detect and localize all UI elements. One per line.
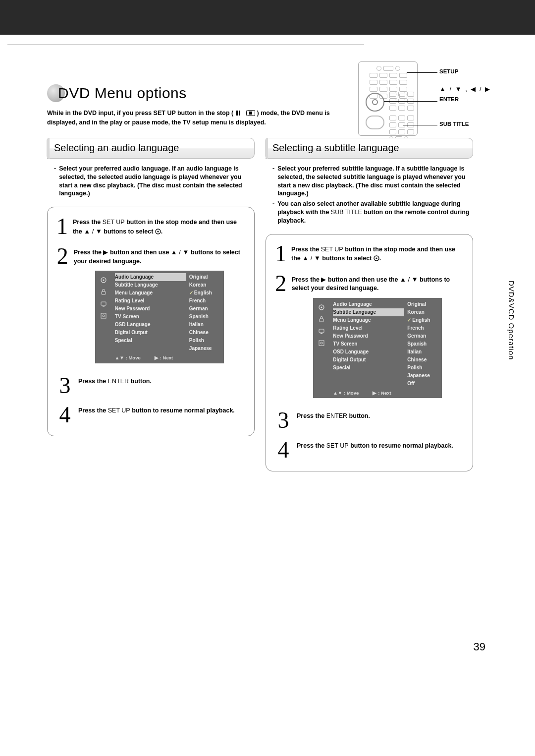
- page-number: 39: [474, 640, 485, 653]
- audio-steps: 1 Press the SET UP button in the stop mo…: [47, 207, 255, 436]
- osd-value-item: Chinese: [189, 329, 220, 337]
- sub-step2: Press the ▶ button and then use the ▲ / …: [292, 273, 464, 401]
- osd-value-item: Japanese: [189, 345, 220, 352]
- osd-value-item: German: [407, 332, 438, 340]
- sub-step1: Press the SET UP button in the stop mode…: [291, 243, 464, 264]
- step-number: 1: [56, 216, 68, 237]
- subtitle-column: Selecting a subtitle language -Select yo…: [266, 138, 473, 471]
- osd-footer-move: ▲▼: Move: [333, 390, 359, 396]
- osd-value-item: Polish: [189, 337, 220, 345]
- callout-setup: SETUP: [439, 68, 458, 74]
- disc-icon: [374, 255, 379, 264]
- svg-point-14: [375, 258, 377, 259]
- stop-icon: [246, 110, 255, 118]
- osd-menu-item: Special: [115, 337, 186, 345]
- osd-value-item: ✓English: [407, 316, 438, 324]
- osd-section-icon: [318, 339, 325, 347]
- intro-a: While in the DVD input, if you press: [47, 110, 154, 116]
- audio-step4: Press the SET UP button to resume normal…: [78, 405, 235, 425]
- page-content: SETUP ▲ / ▼ , ◀ / ▶ ENTER SUB TITLE DVD …: [47, 84, 473, 471]
- osd-value-item: German: [189, 305, 220, 313]
- intro-setup: SET UP: [154, 110, 176, 116]
- osd-menu-item: New Password: [333, 332, 404, 340]
- osd-menu-item: Menu Language: [115, 289, 186, 297]
- osd-menu-item: New Password: [115, 305, 186, 313]
- audio-desc-dash: -: [54, 165, 56, 198]
- svg-rect-10: [103, 306, 105, 307]
- osd-value-item: French: [189, 297, 220, 305]
- osd-section-icon: [100, 276, 107, 284]
- osd-footer-next: ▶: Next: [155, 354, 173, 361]
- osd-value-item: ✓English: [189, 289, 220, 297]
- intro-b: button in the stop (: [176, 110, 234, 116]
- side-tab: DVD&VCD Operation: [505, 277, 518, 364]
- page-title: DVD Menu options: [58, 85, 187, 102]
- audio-step2: Press the ▶ button and then use ▲ / ▼ bu…: [74, 246, 245, 366]
- sub-step3: Press the ENTER button.: [297, 410, 370, 430]
- svg-point-21: [321, 342, 322, 344]
- osd-menu-item: OSD Language: [333, 348, 404, 356]
- callout-subtitle: SUB TITLE: [439, 121, 469, 127]
- osd-value-item: Original: [189, 273, 220, 281]
- osd-value-item: Off: [407, 380, 438, 388]
- osd-section-icon: [318, 327, 325, 335]
- svg-point-16: [321, 306, 322, 308]
- subtitle-heading: Selecting a subtitle language: [266, 138, 473, 159]
- svg-rect-8: [102, 291, 106, 294]
- svg-rect-17: [320, 319, 323, 322]
- osd-menu-item: Special: [333, 364, 404, 372]
- osd-value-item: Spanish: [189, 313, 220, 321]
- pause-icon: [235, 110, 241, 118]
- osd-menu-item: Subtitle Language: [333, 308, 404, 316]
- audio-desc-text: Select your preferred audio language. If…: [59, 165, 252, 198]
- svg-rect-0: [236, 111, 238, 116]
- step-number: 1: [275, 243, 286, 264]
- osd-menu-item: Rating Level: [333, 324, 404, 332]
- osd-menu-item: Digital Output: [333, 356, 404, 364]
- audio-step3: Press the ENTER button.: [78, 375, 152, 396]
- intro-text: While in the DVD input, if you press SET…: [47, 109, 334, 127]
- remote-callout: SETUP ▲ / ▼ , ◀ / ▶ ENTER SUB TITLE: [358, 61, 517, 136]
- subtitle-desc: -Select your preferred subtitle language…: [266, 165, 473, 225]
- svg-point-12: [103, 315, 105, 317]
- sub-desc2: You can also select another available su…: [277, 200, 470, 225]
- audio-desc: -Select your preferred audio language. I…: [47, 165, 255, 198]
- sub-step4: Press the SET UP button to resume normal…: [297, 440, 453, 460]
- osd-section-icon: [100, 288, 107, 296]
- osd-value-item: Japanese: [407, 372, 438, 380]
- osd-footer-next: ▶: Next: [373, 390, 391, 396]
- svg-point-7: [103, 280, 104, 281]
- step-number: 4: [56, 405, 73, 425]
- sub-desc-dash2: -: [272, 200, 274, 225]
- svg-rect-9: [101, 302, 106, 305]
- audio-step1: Press the SET UP button in the stop mode…: [73, 216, 245, 237]
- osd-menu-item: Digital Output: [115, 329, 186, 337]
- subtitle-osd: Audio LanguageSubtitle LanguageMenu Lang…: [313, 298, 442, 398]
- callout-enter: ENTER: [439, 96, 459, 102]
- svg-rect-3: [249, 112, 252, 115]
- audio-heading-text: Selecting an audio language: [47, 142, 179, 154]
- step-number: 3: [56, 375, 73, 396]
- svg-rect-11: [101, 313, 106, 318]
- subtitle-heading-text: Selecting a subtitle language: [266, 142, 399, 154]
- top-dark-bar: [0, 0, 535, 35]
- svg-rect-18: [319, 329, 324, 333]
- osd-section-icon: [318, 315, 325, 323]
- osd-value-item: French: [407, 324, 438, 332]
- osd-section-icon: [318, 303, 325, 311]
- osd-section-icon: [100, 312, 107, 320]
- svg-rect-1: [239, 111, 240, 116]
- osd-menu-item: Rating Level: [115, 297, 186, 305]
- osd-section-icon: [100, 300, 107, 308]
- disc-icon: [155, 229, 161, 237]
- osd-menu-item: Audio Language: [115, 273, 186, 281]
- osd-menu-item: OSD Language: [115, 321, 186, 329]
- step-number: 2: [56, 246, 69, 366]
- callout-arrows: ▲ / ▼ , ◀ / ▶: [439, 85, 491, 93]
- osd-menu-item: Subtitle Language: [115, 281, 186, 289]
- osd-menu-item: Audio Language: [333, 300, 404, 308]
- osd-menu-item: Menu Language: [333, 316, 404, 324]
- svg-rect-19: [321, 333, 322, 334]
- subtitle-steps: 1 Press the SET UP button in the stop mo…: [266, 234, 473, 471]
- osd-value-item: Original: [407, 300, 438, 308]
